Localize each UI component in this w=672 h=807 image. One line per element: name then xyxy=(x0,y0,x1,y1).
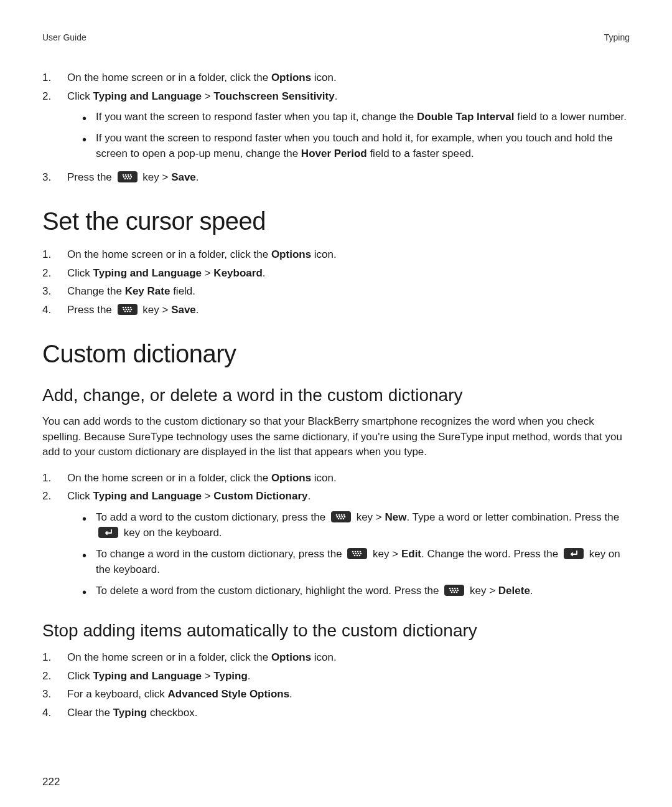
step-item: 2. Click Typing and Language > Custom Di… xyxy=(42,488,630,603)
step-item: 1. On the home screen or in a folder, cl… xyxy=(42,470,630,486)
svg-point-5 xyxy=(125,176,127,177)
svg-point-2 xyxy=(127,174,129,176)
step-number: 1. xyxy=(42,470,67,486)
step-text: On the home screen or in a folder, click… xyxy=(67,70,630,86)
header-right: Typing xyxy=(604,32,630,42)
svg-point-44 xyxy=(449,588,451,590)
svg-point-21 xyxy=(129,310,131,312)
svg-point-13 xyxy=(127,306,129,308)
svg-point-4 xyxy=(123,176,124,177)
svg-point-0 xyxy=(122,174,124,176)
step-text: Click Typing and Language > Custom Dicti… xyxy=(67,488,630,603)
svg-point-36 xyxy=(360,551,362,553)
svg-point-43 xyxy=(359,555,361,557)
svg-point-24 xyxy=(341,514,343,516)
svg-point-14 xyxy=(129,306,131,308)
svg-point-30 xyxy=(338,518,340,520)
svg-point-26 xyxy=(337,516,338,518)
step-number: 2. xyxy=(42,88,67,105)
svg-point-23 xyxy=(338,514,340,516)
step-sub-bullets: If you want the screen to respond faster… xyxy=(82,109,630,162)
svg-point-51 xyxy=(457,590,459,592)
heading-custom-dictionary: Custom dictionary xyxy=(42,340,630,368)
svg-point-29 xyxy=(344,516,346,518)
step-text: Press the key > Save. xyxy=(67,302,630,318)
svg-point-45 xyxy=(452,588,454,590)
enter-key-icon xyxy=(564,548,584,559)
page-number: 222 xyxy=(42,776,60,788)
section-c2-steps: 1. On the home screen or in a folder, cl… xyxy=(42,649,630,720)
heading-set-cursor-speed: Set the cursor speed xyxy=(42,207,630,235)
step-item: 2. Click Typing and Language > Keyboard. xyxy=(42,265,630,281)
enter-key-icon xyxy=(98,527,118,538)
svg-point-25 xyxy=(343,514,345,516)
subheading-add-change-delete: Add, change, or delete a word in the cus… xyxy=(42,385,630,405)
svg-point-18 xyxy=(130,308,132,310)
step-number: 4. xyxy=(42,302,67,318)
step-text: Press the key > Save. xyxy=(67,169,630,186)
svg-point-37 xyxy=(353,553,355,555)
svg-point-34 xyxy=(355,551,357,553)
step-item: 4. Press the key > Save. xyxy=(42,302,630,318)
menu-key-icon xyxy=(118,304,138,315)
step-item: 3. For a keyboard, click Advanced Style … xyxy=(42,686,630,702)
step-text: For a keyboard, click Advanced Style Opt… xyxy=(67,686,630,702)
step-text: Clear the Typing checkbox. xyxy=(67,705,630,721)
bullet-item: To delete a word from the custom diction… xyxy=(82,583,630,599)
svg-point-1 xyxy=(124,174,126,176)
step-text: Click Typing and Language > Keyboard. xyxy=(67,265,630,281)
svg-point-19 xyxy=(124,310,126,312)
svg-point-40 xyxy=(360,553,362,555)
svg-point-42 xyxy=(357,555,358,557)
bullet-item: If you want the screen to respond faster… xyxy=(82,130,630,162)
bullet-item: If you want the screen to respond faster… xyxy=(82,109,630,125)
svg-point-50 xyxy=(455,590,457,592)
step-item: 1. On the home screen or in a folder, cl… xyxy=(42,70,630,86)
subheading-stop-adding: Stop adding items automatically to the c… xyxy=(42,621,630,641)
svg-point-46 xyxy=(454,588,456,590)
svg-point-54 xyxy=(456,592,458,593)
bullet-item: To add a word to the custom dictionary, … xyxy=(82,509,630,541)
section-b-steps: 1. On the home screen or in a folder, cl… xyxy=(42,247,630,318)
svg-point-53 xyxy=(454,592,455,593)
svg-point-31 xyxy=(340,518,342,520)
menu-key-icon xyxy=(331,511,351,522)
svg-point-32 xyxy=(343,518,345,520)
svg-point-16 xyxy=(125,308,127,310)
step-text: Click Typing and Language > Typing. xyxy=(67,668,630,684)
step-number: 2. xyxy=(42,668,67,684)
page-header: User Guide Typing xyxy=(42,32,630,42)
svg-point-47 xyxy=(457,588,459,590)
step-number: 1. xyxy=(42,649,67,666)
step-number: 1. xyxy=(42,70,67,86)
menu-key-icon xyxy=(347,548,367,559)
step-text: On the home screen or in a folder, click… xyxy=(67,470,630,486)
svg-point-33 xyxy=(352,551,354,553)
step-number: 2. xyxy=(42,265,67,281)
step-item: 3. Press the key > Save. xyxy=(42,169,630,186)
step-text: On the home screen or in a folder, click… xyxy=(67,649,630,666)
intro-paragraph: You can add words to the custom dictiona… xyxy=(42,414,630,460)
step-number: 2. xyxy=(42,488,67,504)
svg-point-12 xyxy=(124,306,126,308)
svg-point-38 xyxy=(355,553,357,555)
svg-point-9 xyxy=(126,177,128,179)
step-item: 3. Change the Key Rate field. xyxy=(42,283,630,300)
svg-point-20 xyxy=(126,310,128,312)
svg-point-39 xyxy=(358,553,360,555)
step-number: 4. xyxy=(42,705,67,721)
svg-point-11 xyxy=(122,306,124,308)
step-number: 3. xyxy=(42,283,67,300)
step-item: 1. On the home screen or in a folder, cl… xyxy=(42,247,630,263)
svg-point-10 xyxy=(129,177,131,179)
svg-point-7 xyxy=(130,176,132,177)
menu-key-icon xyxy=(118,171,138,182)
svg-point-27 xyxy=(339,516,341,518)
step-text: On the home screen or in a folder, click… xyxy=(67,247,630,263)
section-a-steps: 1. On the home screen or in a folder, cl… xyxy=(42,70,630,185)
step-item: 2. Click Typing and Language > Touchscre… xyxy=(42,88,630,167)
dictionary-action-bullets: To add a word to the custom dictionary, … xyxy=(82,509,630,599)
step-number: 1. xyxy=(42,247,67,263)
svg-point-52 xyxy=(451,592,453,593)
step-item: 4. Clear the Typing checkbox. xyxy=(42,705,630,721)
